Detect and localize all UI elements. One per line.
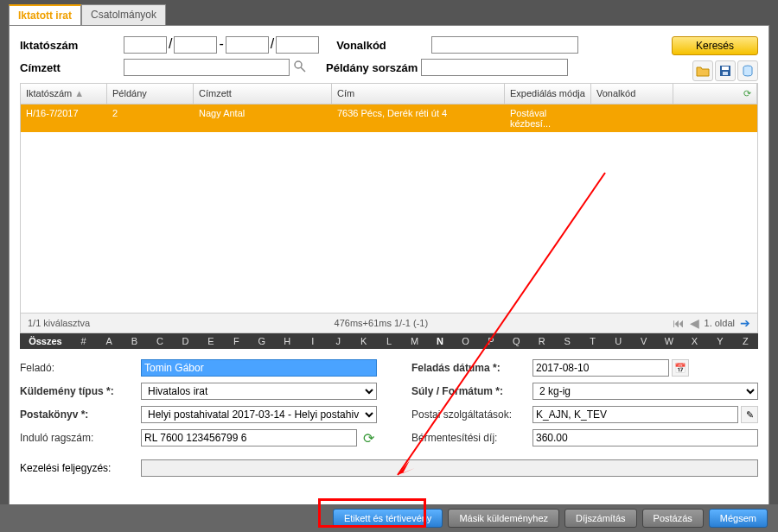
svg-rect-2 <box>723 72 728 75</box>
alpha-letter[interactable]: W <box>656 336 681 346</box>
prev-page-icon[interactable]: ◀ <box>690 316 699 330</box>
alpha-letter[interactable]: V <box>631 336 656 346</box>
postakonyv-label: Postakönyv *: <box>20 408 141 421</box>
suly-select[interactable]: 2 kg-ig <box>532 383 758 400</box>
iktatoszam-input-4[interactable] <box>276 36 319 54</box>
tab-iktatott-irat[interactable]: Iktatott irat <box>9 4 81 25</box>
felado-input[interactable] <box>141 359 377 377</box>
timing-status: 476ms+61ms 1/-1 (-1) <box>335 318 429 328</box>
suly-label: Súly / Formátum *: <box>411 385 532 397</box>
col-peldany[interactable]: Példány <box>107 84 194 104</box>
masik-kuldemeny-button[interactable]: Másik küldeményhez <box>448 509 559 528</box>
etikett-button[interactable]: Etikett és tértivevény <box>333 509 443 528</box>
alpha-letter[interactable]: U <box>605 336 630 346</box>
alpha-letter[interactable]: E <box>198 336 223 346</box>
first-page-icon[interactable]: ⏮ <box>673 316 685 330</box>
col-iktatoszam[interactable]: Iktatószám ▲ <box>21 84 107 104</box>
alpha-letter[interactable]: H <box>275 336 300 346</box>
alpha-letter[interactable]: O <box>453 336 478 346</box>
postai-szolg-label: Postai szolgáltatások: <box>411 408 532 421</box>
alpha-letter[interactable]: Q <box>504 336 529 346</box>
cell-iktatoszam: H/16-7/2017 <box>21 104 107 132</box>
label-vonalkod: Vonalkód <box>336 39 431 52</box>
alpha-letter[interactable]: D <box>173 336 198 346</box>
magnify-icon[interactable] <box>293 60 309 75</box>
vonalkod-input[interactable] <box>431 36 578 54</box>
iktatoszam-input-1[interactable] <box>124 36 167 54</box>
edit-icon[interactable]: ✎ <box>741 406 758 423</box>
cell-cimzett: Nagy Antal <box>194 104 332 132</box>
alpha-letter[interactable]: C <box>147 336 172 346</box>
label-cimzett: Címzett <box>20 61 124 74</box>
postai-szolg-input[interactable] <box>532 406 738 423</box>
page-label: 1. oldal <box>705 318 735 328</box>
cell-vonalkod <box>591 104 673 132</box>
alpha-letter[interactable]: F <box>224 336 249 346</box>
svg-rect-1 <box>722 66 729 70</box>
alpha-letter[interactable]: K <box>351 336 376 346</box>
table-row[interactable]: H/16-7/2017 2 Nagy Antal 7636 Pécs, Deré… <box>21 104 757 132</box>
tab-csatolmanyok[interactable]: Csatolmányok <box>81 4 166 25</box>
alpha-letter[interactable]: Y <box>707 336 732 346</box>
cell-peldany: 2 <box>107 104 194 132</box>
label-peldany: Példány sorszám <box>326 61 421 74</box>
peldany-input[interactable] <box>421 59 568 76</box>
kezelesi-label: Kezelési feljegyzés: <box>20 462 141 474</box>
svg-line-5 <box>301 67 305 72</box>
folder-icon[interactable] <box>692 60 713 81</box>
megsem-button[interactable]: Mégsem <box>709 509 768 528</box>
alpha-letter[interactable]: Z <box>733 336 758 346</box>
kuldemeny-tipus-select[interactable]: Hivatalos irat <box>141 383 377 400</box>
feladas-datuma-input[interactable] <box>532 359 669 377</box>
alpha-letter[interactable]: N <box>427 336 452 346</box>
iktatoszam-input-3[interactable] <box>226 36 269 54</box>
refresh-icon[interactable]: ⟳ <box>360 429 377 446</box>
cell-cim: 7636 Pécs, Derék réti út 4 <box>332 104 505 132</box>
alpha-letter[interactable]: B <box>122 336 147 346</box>
alpha-letter[interactable]: M <box>402 336 427 346</box>
alpha-hash[interactable]: # <box>71 336 96 346</box>
alpha-letter[interactable]: X <box>682 336 707 346</box>
calendar-icon[interactable]: 📅 <box>672 359 689 377</box>
svg-point-4 <box>295 61 302 68</box>
alpha-letter[interactable]: S <box>555 336 580 346</box>
indulo-ragszam-input[interactable] <box>141 429 357 446</box>
cimzett-input[interactable] <box>124 59 290 76</box>
table-header: Iktatószám ▲ Példány Címzett Cím Expediá… <box>21 84 757 104</box>
col-refresh[interactable]: ⟳ <box>673 84 757 104</box>
alpha-all[interactable]: Összes <box>20 336 71 346</box>
kuldemeny-tipus-label: Küldemény típus *: <box>20 385 141 397</box>
col-cimzett[interactable]: Címzett <box>194 84 332 104</box>
alpha-letter[interactable]: T <box>580 336 605 346</box>
postakonyv-select[interactable]: Helyi postahivatal 2017-03-14 - Helyi po… <box>141 406 377 423</box>
postazas-button[interactable]: Postázás <box>642 509 704 528</box>
cell-expedialas: Postával kézbesí... <box>505 104 591 132</box>
dijszamitas-button[interactable]: Díjszámítás <box>564 509 636 528</box>
alpha-letter[interactable]: P <box>478 336 503 346</box>
next-page-icon[interactable]: ➔ <box>740 316 750 330</box>
bermentes-input[interactable] <box>532 429 758 446</box>
alpha-letter[interactable]: I <box>300 336 325 346</box>
felado-label: Feladó: <box>20 362 141 374</box>
save-icon[interactable] <box>715 60 736 81</box>
alpha-letter[interactable]: R <box>529 336 554 346</box>
alpha-letter[interactable]: J <box>325 336 350 346</box>
alpha-letter[interactable]: A <box>96 336 121 346</box>
alpha-letter[interactable]: L <box>376 336 401 346</box>
col-cim[interactable]: Cím <box>332 84 505 104</box>
bermentes-label: Bérmentesítési díj: <box>411 432 532 444</box>
selection-status: 1/1 kiválasztva <box>28 318 90 328</box>
col-vonalkod[interactable]: Vonalkód <box>591 84 673 104</box>
alpha-filter-bar: Összes # A B C D E F G H I J K L M N O P… <box>20 333 758 349</box>
feladas-datuma-label: Feladás dátuma *: <box>411 362 532 374</box>
col-expedialas[interactable]: Expediálás módja <box>505 84 591 104</box>
indulo-ragszam-label: Induló ragszám: <box>20 432 141 444</box>
label-iktatoszam: Iktatószám <box>20 39 124 52</box>
kezelesi-input[interactable] <box>141 459 758 477</box>
iktatoszam-input-2[interactable] <box>174 36 217 54</box>
alpha-letter[interactable]: G <box>249 336 274 346</box>
search-button[interactable]: Keresés <box>672 36 758 55</box>
database-icon[interactable] <box>737 60 758 81</box>
